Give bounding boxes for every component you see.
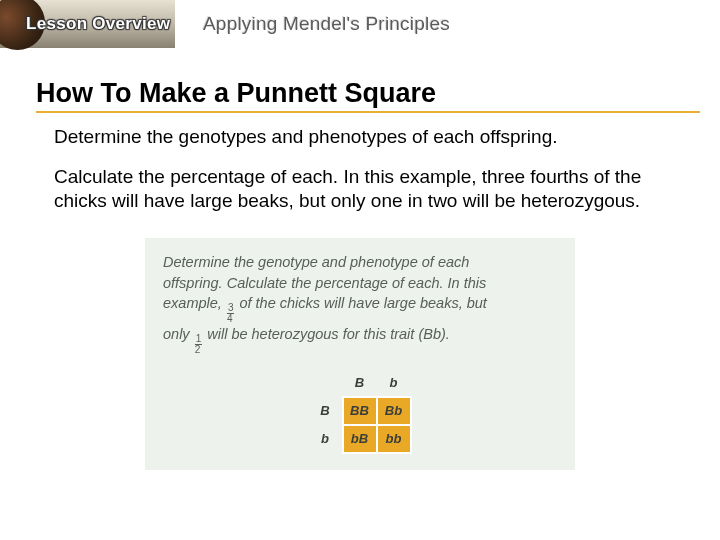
row-head-0: B [309,397,343,425]
body-paragraph-1: Determine the genotypes and phenotypes o… [54,125,666,149]
slide-header: Lesson Overview Applying Mendel's Princi… [0,0,720,48]
inset-line-4b: will be heterozygous for this trait [203,326,418,342]
inset-line-1: Determine the genotype and phenotype of … [163,254,469,270]
header-badge: Lesson Overview [0,0,175,48]
inset-genotype: (Bb). [418,326,449,342]
punnett-square: B b B BB Bb b bB bb [309,369,412,454]
body-text: Determine the genotypes and phenotypes o… [54,125,666,212]
slide-subtitle: Applying Mendel's Principles [203,13,450,35]
inset-text: Determine the genotype and phenotype of … [163,252,557,355]
col-head-1: b [377,369,411,397]
body-paragraph-2: Calculate the percentage of each. In thi… [54,165,666,213]
inset-line-2: offspring. Calculate the percentage of e… [163,275,486,291]
lesson-overview-label: Lesson Overview [26,14,170,34]
inset-line-3a: example, [163,295,226,311]
heading-underline [36,111,700,113]
inset-line-3b: of the chicks will have large beaks, but [235,295,486,311]
cell-1-1: bb [377,425,411,453]
fraction-one-half: 12 [195,334,203,355]
slide-heading: How To Make a Punnett Square [36,78,720,109]
fraction-three-fourths: 34 [227,303,235,324]
row-head-1: b [309,425,343,453]
col-head-0: B [343,369,377,397]
cell-1-0: bB [343,425,377,453]
cell-0-1: Bb [377,397,411,425]
inset-line-4a: only [163,326,194,342]
cell-0-0: BB [343,397,377,425]
textbook-inset: Determine the genotype and phenotype of … [145,238,575,470]
corner-cell [309,369,343,397]
